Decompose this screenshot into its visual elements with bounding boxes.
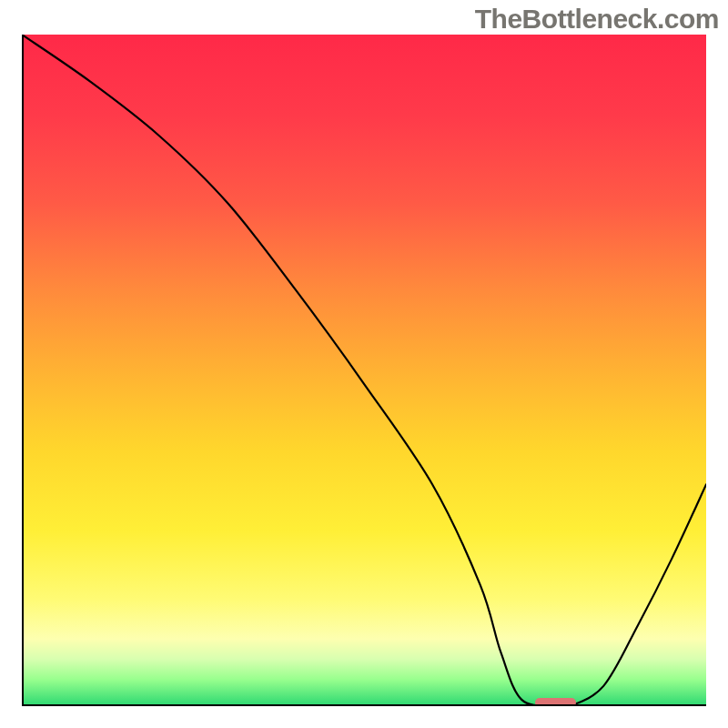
bottleneck-curve bbox=[22, 35, 706, 706]
watermark-text: TheBottleneck.com bbox=[475, 4, 719, 35]
chart-container: TheBottleneck.com bbox=[0, 0, 728, 728]
optimum-marker bbox=[535, 698, 576, 706]
plot-area bbox=[22, 35, 706, 706]
curve-svg bbox=[22, 35, 706, 706]
